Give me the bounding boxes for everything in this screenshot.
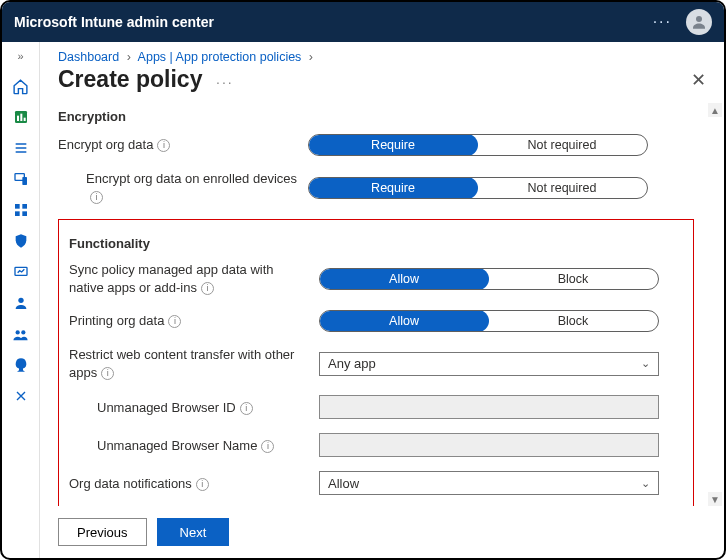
- toggle-opt-block[interactable]: Block: [488, 269, 658, 289]
- breadcrumb: Dashboard › Apps | App protection polici…: [40, 42, 724, 64]
- list-icon[interactable]: [12, 139, 30, 157]
- toggle-opt-require[interactable]: Require: [308, 134, 478, 156]
- troubleshoot-icon[interactable]: [12, 387, 30, 405]
- svg-rect-2: [17, 116, 19, 121]
- top-bar: Microsoft Intune admin center ···: [2, 2, 724, 42]
- svg-point-15: [18, 298, 23, 303]
- breadcrumb-dashboard[interactable]: Dashboard: [58, 50, 119, 64]
- groups-icon[interactable]: [12, 325, 30, 343]
- section-encryption: Encryption: [58, 109, 706, 124]
- chevron-right-icon: ›: [309, 50, 313, 64]
- dropdown-org-notif[interactable]: Allow ⌄: [319, 471, 659, 495]
- toggle-opt-require[interactable]: Require: [308, 177, 478, 199]
- tenant-icon[interactable]: [12, 356, 30, 374]
- scroll-track[interactable]: [708, 117, 722, 492]
- info-icon[interactable]: i: [157, 139, 170, 152]
- scroll-down-icon[interactable]: ▼: [708, 492, 722, 506]
- scroll-up-icon[interactable]: ▲: [708, 103, 722, 117]
- svg-point-17: [21, 330, 25, 334]
- breadcrumb-apps[interactable]: Apps | App protection policies: [138, 50, 302, 64]
- svg-rect-13: [22, 211, 27, 216]
- expand-nav-icon[interactable]: »: [14, 50, 28, 62]
- toggle-opt-notrequired[interactable]: Not required: [477, 178, 647, 198]
- label-sync: Sync policy managed app data with native…: [69, 262, 274, 295]
- dropdown-value: Any app: [328, 356, 376, 371]
- main-panel: Dashboard › Apps | App protection polici…: [40, 42, 724, 558]
- left-nav: »: [2, 42, 40, 558]
- svg-rect-10: [15, 204, 20, 209]
- form-scroll-area: Encryption Encrypt org datai Require Not…: [40, 103, 724, 506]
- svg-rect-12: [15, 211, 20, 216]
- close-icon[interactable]: ✕: [691, 69, 706, 91]
- next-button[interactable]: Next: [157, 518, 230, 546]
- svg-rect-3: [20, 114, 22, 121]
- chevron-down-icon: ⌄: [641, 357, 650, 370]
- toggle-printing[interactable]: Allow Block: [319, 310, 659, 332]
- title-more-icon[interactable]: ···: [216, 74, 234, 90]
- label-encrypt-enrolled: Encrypt org data on enrolled devices: [86, 171, 297, 186]
- toggle-opt-allow[interactable]: Allow: [319, 268, 489, 290]
- highlighted-section: Functionality Sync policy managed app da…: [58, 219, 694, 506]
- toggle-encrypt-org[interactable]: Require Not required: [308, 134, 648, 156]
- toggle-opt-block[interactable]: Block: [488, 311, 658, 331]
- label-encrypt-org: Encrypt org data: [58, 137, 153, 152]
- topbar-actions: ···: [653, 9, 712, 35]
- scrollbar[interactable]: ▲ ▼: [708, 103, 722, 506]
- label-unmanaged-id: Unmanaged Browser ID: [97, 400, 236, 415]
- dropdown-restrict-web[interactable]: Any app ⌄: [319, 352, 659, 376]
- info-icon[interactable]: i: [168, 315, 181, 328]
- svg-rect-11: [22, 204, 27, 209]
- toggle-encrypt-enrolled[interactable]: Require Not required: [308, 177, 648, 199]
- chevron-right-icon: ›: [127, 50, 131, 64]
- info-icon[interactable]: i: [201, 282, 214, 295]
- page-title: Create policy: [58, 66, 202, 92]
- app-window: Microsoft Intune admin center ··· » Dash: [0, 0, 726, 560]
- home-icon[interactable]: [12, 77, 30, 95]
- toggle-sync[interactable]: Allow Block: [319, 268, 659, 290]
- toggle-opt-allow[interactable]: Allow: [319, 310, 489, 332]
- wizard-footer: Previous Next: [40, 506, 724, 558]
- info-icon[interactable]: i: [90, 191, 103, 204]
- chevron-down-icon: ⌄: [641, 477, 650, 490]
- svg-point-16: [16, 330, 20, 334]
- apps-icon[interactable]: [12, 201, 30, 219]
- label-unmanaged-name: Unmanaged Browser Name: [97, 438, 257, 453]
- svg-point-0: [696, 16, 702, 22]
- app-title: Microsoft Intune admin center: [14, 14, 214, 30]
- reports-icon[interactable]: [12, 263, 30, 281]
- devices-icon[interactable]: [12, 170, 30, 188]
- svg-rect-9: [22, 177, 27, 185]
- info-icon[interactable]: i: [240, 402, 253, 415]
- toggle-opt-notrequired[interactable]: Not required: [477, 135, 647, 155]
- section-functionality: Functionality: [69, 236, 683, 251]
- input-unmanaged-name[interactable]: [319, 433, 659, 457]
- svg-rect-4: [23, 118, 25, 121]
- previous-button[interactable]: Previous: [58, 518, 147, 546]
- dropdown-value: Allow: [328, 476, 359, 491]
- security-icon[interactable]: [12, 232, 30, 250]
- label-printing: Printing org data: [69, 313, 164, 328]
- dashboard-icon[interactable]: [12, 108, 30, 126]
- input-unmanaged-id[interactable]: [319, 395, 659, 419]
- more-icon[interactable]: ···: [653, 13, 672, 31]
- info-icon[interactable]: i: [101, 367, 114, 380]
- users-icon[interactable]: [12, 294, 30, 312]
- info-icon[interactable]: i: [196, 478, 209, 491]
- user-avatar[interactable]: [686, 9, 712, 35]
- info-icon[interactable]: i: [261, 440, 274, 453]
- label-org-notif: Org data notifications: [69, 476, 192, 491]
